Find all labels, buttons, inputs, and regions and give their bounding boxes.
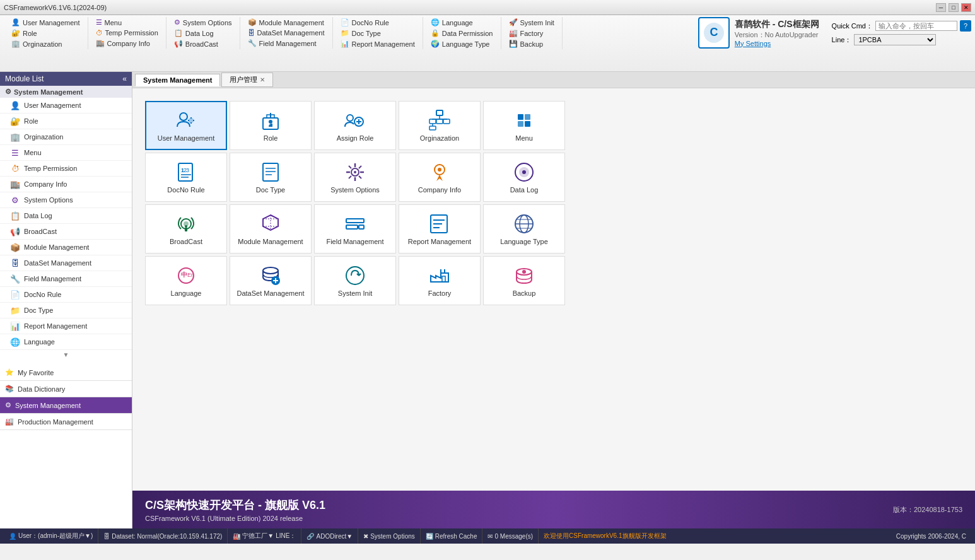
module-card-data-log[interactable]: Data Log [483, 153, 565, 202]
sidebar-item-user-management[interactable]: 👤 User Management [0, 98, 132, 114]
module-card-language[interactable]: 中 En Language [145, 256, 227, 305]
report-management-card-icon [428, 213, 451, 235]
toolbar-menu[interactable]: ☰Menu [93, 17, 125, 28]
my-settings-link[interactable]: My Settings [735, 40, 819, 47]
app-title: CSFrameworkV6.1V6.1(2024-09) [4, 4, 107, 11]
maximize-button[interactable]: □ [949, 3, 959, 12]
module-card-user-management-label: User Management [158, 134, 215, 142]
sidebar-item-production-management[interactable]: 🏭 Production Management [0, 414, 132, 430]
toolbar-backup[interactable]: 💾Backup [506, 38, 546, 49]
tab-user-management[interactable]: 用户管理 ✕ [221, 73, 273, 87]
module-card-language-type[interactable]: Language Type [483, 204, 565, 254]
status-system-options[interactable]: ✖ System Options [358, 528, 421, 544]
sidebar-doc-type-label: Doc Type [24, 306, 53, 314]
quickcmd-input[interactable] [875, 21, 957, 31]
status-marquee: 欢迎使用CSFrameworkV6.1旗舰版开发框架 [539, 532, 891, 540]
sidebar-item-dataset-management[interactable]: 🗄 DataSet Management [0, 255, 132, 271]
tab-system-management[interactable]: System Management [135, 74, 220, 86]
toolbar-language[interactable]: 🌐Language [428, 17, 476, 28]
module-card-docno-rule[interactable]: 1 2 3 DocNo Rule [145, 153, 227, 202]
sidebar-item-doc-type[interactable]: 📁 Doc Type [0, 303, 132, 318]
module-card-assign-role[interactable]: Assign Role [314, 101, 396, 150]
svg-rect-14 [436, 110, 443, 115]
module-card-orginazation[interactable]: Orginazation [399, 101, 481, 150]
toolbar-field-management[interactable]: 🔧Field Management [245, 38, 319, 49]
sidebar-item-system-management[interactable]: ⚙ System Management [0, 397, 132, 414]
svg-rect-18 [436, 119, 443, 124]
toolbar-system-options[interactable]: ⚙System Options [172, 17, 235, 28]
status-ado[interactable]: 🔗 ADODirect▼ [301, 528, 358, 544]
close-button[interactable]: ✕ [961, 3, 971, 12]
sidebar-item-module-management[interactable]: 📦 Module Management [0, 240, 132, 255]
module-card-factory[interactable]: Factory [399, 256, 481, 305]
module-card-report-management[interactable]: Report Management [399, 204, 481, 254]
sidebar-item-docno-rule[interactable]: 📄 DocNo Rule [0, 287, 132, 303]
toolbar-factory[interactable]: 🏭Factory [506, 28, 546, 38]
toolbar-company-info[interactable]: 🏬Company Info [93, 38, 153, 49]
broadcast-card-icon [175, 213, 197, 235]
sidebar-item-language[interactable]: 🌐 Language [0, 334, 132, 350]
module-card-system-options[interactable]: System Options [314, 153, 396, 202]
user-management-card-icon [175, 109, 197, 132]
module-card-dataset-management[interactable]: DataSet Management [230, 256, 312, 305]
module-card-module-management[interactable]: Module Management [230, 204, 312, 254]
module-card-company-info[interactable]: Company Info [399, 153, 481, 202]
toolbar-module-management[interactable]: 📦Module Management [245, 17, 327, 28]
sidebar-data-log-label: Data Log [24, 212, 52, 219]
svg-point-50 [522, 170, 526, 174]
tab-close-icon[interactable]: ✕ [260, 76, 265, 83]
sidebar: Module List « ⚙ System Management 👤 User… [0, 72, 132, 528]
module-card-system-init[interactable]: System Init [314, 256, 396, 305]
module-card-field-management-label: Field Management [326, 238, 383, 245]
module-card-role[interactable]: Role [230, 101, 312, 150]
svg-point-53 [185, 225, 187, 228]
sidebar-item-data-log[interactable]: 📋 Data Log [0, 208, 132, 224]
help-button[interactable]: ? [960, 20, 971, 32]
toolbar-report-management[interactable]: 📊Report Management [338, 38, 417, 49]
sidebar-item-system-options[interactable]: ⚙ System Options [0, 192, 132, 208]
tab-user-management-label: 用户管理 [230, 75, 257, 85]
toolbar-language-type[interactable]: 🌍Language Type [428, 38, 493, 49]
module-card-field-management[interactable]: Field Management [314, 204, 396, 254]
sidebar-item-broadcast[interactable]: 📢 BroadCast [0, 224, 132, 240]
module-card-menu-label: Menu [515, 134, 533, 142]
sidebar-item-menu[interactable]: ☰ Menu [0, 145, 132, 161]
status-copyright: Copyrights 2006-2024, C [891, 528, 971, 544]
sidebar-item-report-management[interactable]: 📊 Report Management [0, 318, 132, 334]
sidebar-item-my-favorite[interactable]: ⭐ My Favorite [0, 365, 132, 381]
toolbar-system-init[interactable]: 🚀System Init [506, 17, 557, 28]
svg-line-43 [359, 176, 361, 178]
sidebar-item-company-info[interactable]: 🏬 Company Info [0, 177, 132, 192]
toolbar-dataset-management[interactable]: 🗄DataSet Management [245, 28, 327, 38]
minimize-button[interactable]: ─ [936, 3, 946, 12]
data-log-icon: 📋 [10, 211, 20, 221]
sidebar-item-data-dictionary[interactable]: 📚 Data Dictionary [0, 381, 132, 397]
status-factory[interactable]: 🏭 宁德工厂▼ LINE： [228, 528, 301, 544]
toolbar-orginazation[interactable]: 🏢Orginazation [9, 38, 64, 49]
toolbar-role[interactable]: 🔐Role [9, 28, 40, 38]
toolbar-data-log[interactable]: 📋Data Log [172, 28, 216, 38]
module-card-user-management[interactable]: User Management [145, 101, 227, 150]
language-icon: 🌐 [10, 337, 20, 347]
toolbar-doc-type[interactable]: 📁Doc Type [338, 28, 383, 38]
sidebar-item-temp-permission[interactable]: ⏱ Temp Permission [0, 161, 132, 177]
doc-type-icon: 📁 [10, 305, 20, 315]
line-select[interactable]: 1PCBA [854, 34, 936, 45]
sidebar-collapse-icon[interactable]: « [122, 74, 127, 83]
sidebar-dataset-management-label: DataSet Management [24, 259, 91, 267]
toolbar-group-7: 🚀System Init 🏭Factory 💾Backup [501, 17, 563, 49]
module-card-menu[interactable]: Menu [483, 101, 565, 150]
module-card-broadcast[interactable]: BroadCast [145, 204, 227, 254]
toolbar-broadcast[interactable]: 📢BroadCast [172, 38, 221, 49]
toolbar-docno-rule[interactable]: 📄DocNo Rule [338, 17, 392, 28]
toolbar-user-management[interactable]: 👤User Management [9, 17, 83, 28]
module-card-doc-type[interactable]: Doc Type [230, 153, 312, 202]
module-card-backup[interactable]: Backup [483, 256, 565, 305]
toolbar-temp-permission[interactable]: ⏱Temp Permission [93, 28, 161, 38]
sidebar-item-field-management[interactable]: 🔧 Field Management [0, 271, 132, 287]
status-user[interactable]: 👤 User：(admin-超级用户▼) [4, 528, 98, 544]
sidebar-item-orginazation[interactable]: 🏢 Orginazation [0, 129, 132, 145]
status-refresh[interactable]: 🔄 Refresh Cache [421, 528, 483, 544]
sidebar-item-role[interactable]: 🔐 Role [0, 114, 132, 129]
toolbar-data-permission[interactable]: 🔒Data Permission [428, 28, 496, 38]
